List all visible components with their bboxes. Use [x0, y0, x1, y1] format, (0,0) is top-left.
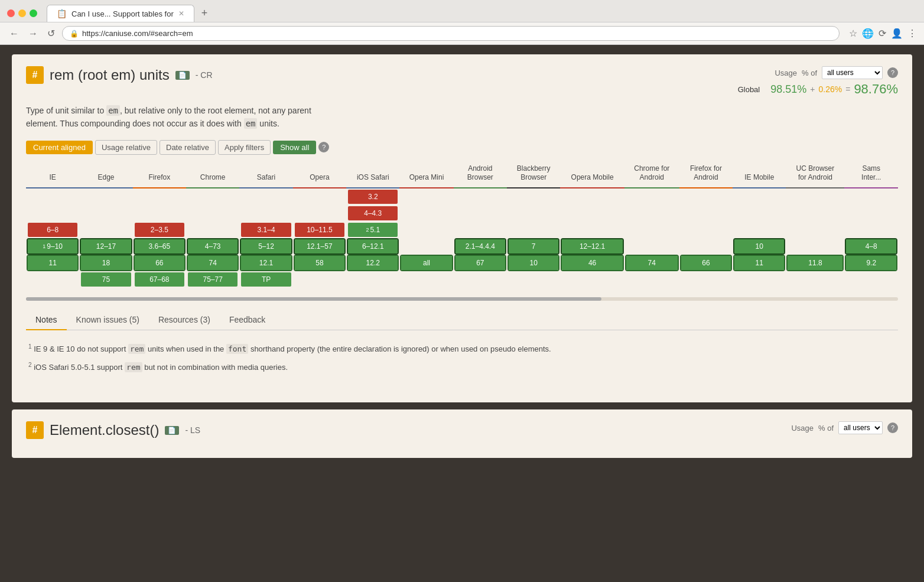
support-cell[interactable]: 5–12: [241, 239, 291, 253]
back-button[interactable]: ←: [7, 27, 21, 40]
support-cell[interactable]: [401, 206, 451, 220]
support-cell[interactable]: [846, 206, 896, 220]
support-cell[interactable]: [509, 223, 558, 237]
feature2-help-button[interactable]: ?: [887, 422, 898, 433]
support-cell[interactable]: [456, 206, 505, 220]
support-cell[interactable]: 66: [681, 256, 731, 270]
tab-resources[interactable]: Resources (3): [149, 310, 220, 330]
support-cell[interactable]: 19–10: [28, 239, 77, 253]
support-cell[interactable]: 25.1: [348, 223, 398, 237]
support-cell[interactable]: [681, 239, 731, 253]
profile-icon[interactable]: 👤: [891, 28, 903, 39]
current-aligned-button[interactable]: Current aligned: [26, 141, 93, 154]
star-icon[interactable]: ☆: [849, 28, 857, 39]
feature2-spec-badge[interactable]: 📄: [165, 426, 179, 435]
support-cell[interactable]: [28, 206, 77, 220]
support-cell[interactable]: 11.8: [788, 256, 842, 270]
menu-icon[interactable]: ⋮: [907, 28, 917, 39]
support-cell[interactable]: [734, 206, 784, 220]
support-cell[interactable]: 11: [734, 256, 784, 270]
support-cell[interactable]: 74: [626, 256, 678, 270]
maximize-traffic-light[interactable]: [30, 9, 37, 17]
support-cell[interactable]: [626, 239, 678, 253]
support-cell[interactable]: [401, 239, 451, 253]
support-cell[interactable]: [188, 190, 237, 204]
support-cell[interactable]: [626, 223, 678, 237]
forward-button[interactable]: →: [26, 27, 40, 40]
url-bar[interactable]: 🔒 https://caniuse.com/#search=em: [62, 26, 840, 41]
support-cell[interactable]: 12–12.1: [562, 239, 622, 253]
new-tab-button[interactable]: +: [197, 5, 213, 22]
support-cell[interactable]: [295, 272, 344, 287]
usage-help-button[interactable]: ?: [887, 67, 898, 78]
support-cell[interactable]: [456, 272, 505, 287]
support-cell[interactable]: 67: [456, 256, 505, 270]
support-cell[interactable]: 11: [28, 256, 77, 270]
support-cell[interactable]: [681, 206, 731, 220]
support-cell[interactable]: [562, 223, 622, 237]
horizontal-scrollbar[interactable]: [26, 297, 898, 301]
support-cell[interactable]: [135, 206, 184, 220]
support-cell[interactable]: [734, 223, 784, 237]
support-cell[interactable]: 74: [188, 256, 237, 270]
support-cell[interactable]: [509, 272, 558, 287]
support-cell[interactable]: [401, 223, 451, 237]
support-cell[interactable]: 75: [81, 272, 131, 287]
tab-notes[interactable]: Notes: [26, 310, 67, 330]
support-cell[interactable]: 3.6–65: [135, 239, 184, 253]
support-cell[interactable]: 7: [509, 239, 558, 253]
support-cell[interactable]: 46: [562, 256, 622, 270]
minimize-traffic-light[interactable]: [18, 9, 26, 17]
spec-badge[interactable]: 📄: [175, 71, 190, 80]
support-cell[interactable]: 66: [135, 256, 184, 270]
feature2-users-select[interactable]: all users: [838, 421, 883, 434]
support-cell[interactable]: [681, 190, 731, 204]
support-cell[interactable]: [81, 206, 131, 220]
support-cell[interactable]: 10: [509, 256, 558, 270]
support-cell[interactable]: [788, 239, 842, 253]
support-cell[interactable]: 6–12.1: [348, 239, 398, 253]
support-cell[interactable]: [28, 190, 77, 204]
support-cell[interactable]: 9.2: [846, 256, 896, 270]
support-cell[interactable]: [562, 272, 622, 287]
filter-help-button[interactable]: ?: [318, 142, 329, 152]
tab-feedback[interactable]: Feedback: [220, 310, 275, 330]
support-cell[interactable]: [241, 206, 291, 220]
support-cell[interactable]: [509, 206, 558, 220]
support-cell[interactable]: 6–8: [28, 223, 77, 237]
support-cell[interactable]: 67–68: [135, 272, 184, 287]
support-cell[interactable]: [788, 206, 842, 220]
usage-users-select[interactable]: all users tracked users: [822, 66, 883, 79]
support-table-wrap[interactable]: IE Edge Firefox Chrome Safari Opera iOS …: [26, 162, 898, 288]
support-cell[interactable]: [788, 223, 842, 237]
support-cell[interactable]: [562, 206, 622, 220]
tab-known-issues[interactable]: Known issues (5): [67, 310, 149, 330]
support-cell[interactable]: 18: [81, 256, 131, 270]
support-cell[interactable]: [846, 190, 896, 204]
support-cell[interactable]: [509, 190, 558, 204]
support-cell[interactable]: [401, 272, 451, 287]
support-cell[interactable]: [846, 223, 896, 237]
support-cell[interactable]: [626, 206, 678, 220]
usage-relative-button[interactable]: Usage relative: [95, 140, 157, 155]
support-cell[interactable]: [562, 190, 622, 204]
reload-button[interactable]: ↺: [45, 27, 57, 40]
support-cell[interactable]: [788, 190, 842, 204]
support-cell[interactable]: TP: [241, 272, 291, 287]
support-cell[interactable]: [626, 190, 678, 204]
apply-filters-button[interactable]: Apply filters: [218, 140, 271, 155]
support-cell[interactable]: [734, 272, 784, 287]
support-cell[interactable]: [626, 272, 678, 287]
support-cell[interactable]: 10: [734, 239, 784, 253]
support-cell[interactable]: [81, 190, 131, 204]
extensions-icon[interactable]: 🌐: [862, 28, 874, 39]
support-cell[interactable]: 10–11.5: [295, 223, 344, 237]
support-cell[interactable]: [734, 190, 784, 204]
support-cell[interactable]: 3.1–4: [241, 223, 291, 237]
support-cell[interactable]: [681, 223, 731, 237]
support-cell[interactable]: [456, 223, 505, 237]
support-cell[interactable]: 58: [295, 256, 344, 270]
support-cell[interactable]: [81, 223, 131, 237]
support-cell[interactable]: [401, 190, 451, 204]
support-cell[interactable]: [241, 190, 291, 204]
